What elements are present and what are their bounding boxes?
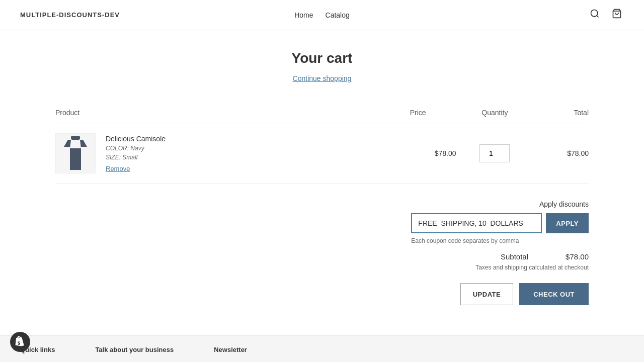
- checkout-button[interactable]: CHECK OUT: [519, 283, 589, 305]
- continue-shopping-link[interactable]: Continue shopping: [293, 74, 352, 82]
- main-nav: Home Catalog: [294, 11, 350, 19]
- shopify-badge[interactable]: [10, 332, 30, 352]
- subtotal-label: Subtotal: [501, 252, 528, 261]
- update-button[interactable]: UPDATE: [460, 283, 513, 305]
- page-title: Your cart: [55, 50, 589, 66]
- coupon-hint: Each coupon code separates by comma: [411, 237, 519, 244]
- discount-input[interactable]: [411, 213, 542, 233]
- svg-marker-4: [64, 140, 87, 170]
- footer-col-business: Talk about your business: [95, 346, 174, 357]
- site-header: MULTIPLE-DISCOUNTS-DEV Home Catalog: [0, 0, 644, 30]
- quantity-input[interactable]: [479, 144, 510, 162]
- table-row: Delicious Camisole COLOR: Navy SIZE: Sma…: [55, 123, 589, 184]
- product-image: [55, 133, 96, 173]
- cart-table: Product Price Quantity Total: [55, 103, 589, 184]
- product-name: Delicious Camisole: [106, 135, 166, 143]
- total-cell: $78.00: [533, 123, 589, 184]
- price-cell: $78.00: [338, 123, 456, 184]
- product-cell: Delicious Camisole COLOR: Navy SIZE: Sma…: [55, 123, 338, 184]
- site-logo: MULTIPLE-DISCOUNTS-DEV: [20, 11, 120, 19]
- product-size: SIZE: Small: [106, 154, 166, 161]
- footer-col3-title: Newsletter: [214, 346, 247, 353]
- col-header-price: Price: [338, 103, 456, 123]
- footer-col2-title: Talk about your business: [95, 346, 174, 353]
- cart-icon: [612, 9, 622, 19]
- apply-discounts-label: Apply discounts: [539, 200, 589, 208]
- col-header-quantity: Quantity: [456, 103, 534, 123]
- tax-note: Taxes and shipping calculated at checkou…: [475, 264, 589, 271]
- svg-point-0: [591, 10, 598, 17]
- apply-discounts-section: Apply discounts APPLY Each coupon code s…: [411, 200, 589, 244]
- nav-home[interactable]: Home: [294, 11, 313, 19]
- site-footer: Quick links Talk about your business New…: [0, 335, 644, 362]
- continue-shopping-section: Continue shopping: [55, 74, 589, 82]
- product-thumbnail: [63, 136, 88, 171]
- footer-col-newsletter: Newsletter: [214, 346, 247, 357]
- cart-footer: Apply discounts APPLY Each coupon code s…: [55, 200, 589, 305]
- search-icon: [590, 9, 600, 19]
- action-buttons: UPDATE CHECK OUT: [460, 283, 589, 305]
- cart-table-header: Product Price Quantity Total: [55, 103, 589, 123]
- product-color: COLOR: Navy: [106, 145, 166, 152]
- cart-button[interactable]: [610, 7, 624, 23]
- remove-button[interactable]: Remove: [106, 165, 166, 172]
- apply-button[interactable]: APPLY: [546, 213, 589, 233]
- svg-line-1: [597, 16, 599, 18]
- search-button[interactable]: [588, 7, 602, 23]
- nav-catalog[interactable]: Catalog: [326, 11, 350, 19]
- header-icons: [588, 7, 624, 23]
- col-header-product: Product: [55, 103, 338, 123]
- subtotal-value: $78.00: [548, 252, 589, 261]
- discount-row: APPLY: [411, 213, 589, 233]
- col-header-total: Total: [533, 103, 589, 123]
- main-content: Your cart Continue shopping Product Pric…: [45, 30, 599, 335]
- product-col-inner: Delicious Camisole COLOR: Navy SIZE: Sma…: [55, 133, 338, 173]
- shopify-icon: [14, 336, 26, 348]
- svg-rect-3: [71, 136, 80, 140]
- quantity-cell: [456, 123, 534, 184]
- subtotal-row: Subtotal $78.00: [55, 252, 589, 261]
- product-info: Delicious Camisole COLOR: Navy SIZE: Sma…: [106, 135, 166, 172]
- subtotal-section: Subtotal $78.00 Taxes and shipping calcu…: [55, 252, 589, 271]
